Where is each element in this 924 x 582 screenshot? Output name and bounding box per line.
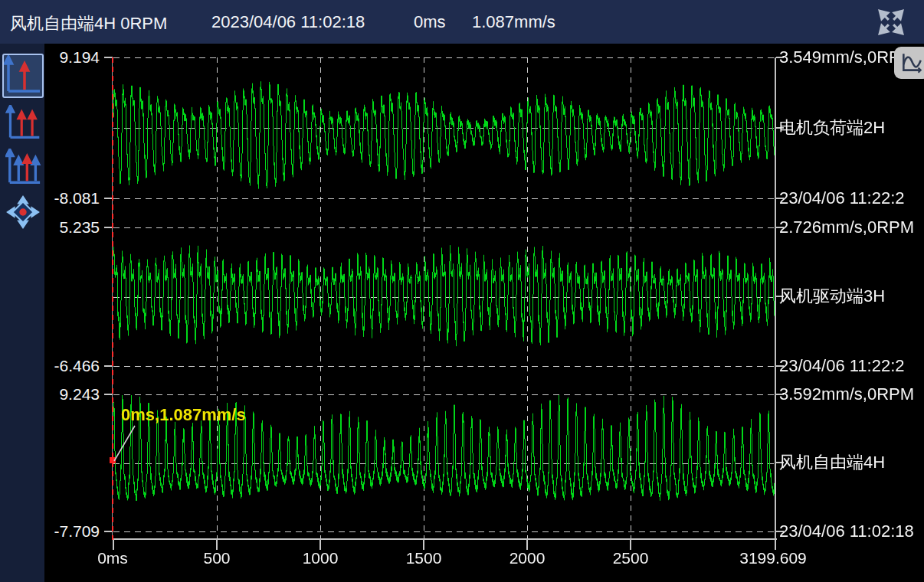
annotation-leader-line (112, 423, 138, 463)
band3-timestamp: 23/04/06 11:02:18 (779, 522, 914, 541)
x-tick-label-2500: 2500 (581, 548, 680, 568)
waveform-canvas[interactable] (113, 57, 775, 540)
band1-timestamp: 23/04/06 11:22:2 (779, 188, 905, 208)
x-axis-line (112, 538, 777, 540)
header-cursor-value: 1.087mm/s (472, 12, 555, 32)
band1-ymin-label: -8.081 (21, 188, 100, 208)
x-tick-label-1500: 1500 (374, 548, 473, 568)
waveform-mode-button[interactable] (894, 47, 924, 79)
header-point-title: 风机自由端4H 0RPM (10, 12, 167, 35)
header-cursor-time: 0ms (414, 12, 446, 32)
band3-peak-label: 3.592mm/s,0RPM (779, 384, 914, 404)
band2-channel-label: 风机驱动端3H (779, 286, 885, 306)
left-toolbar (0, 44, 44, 582)
app-window: 风机自由端4H 0RPM 2023/04/06 11:02:18 0ms 1.0… (0, 0, 924, 582)
cursor-annotation: 0ms,1.087mm/s (121, 405, 246, 425)
band2-ymax-label: 5.235 (21, 217, 100, 237)
band2-timestamp: 23/04/06 11:22:2 (779, 356, 905, 376)
plot-right-border (775, 57, 776, 540)
header-bar: 风机自由端4H 0RPM 2023/04/06 11:02:18 0ms 1.0… (0, 0, 924, 44)
x-tick-label-1000: 1000 (270, 548, 370, 568)
header-datetime: 2023/04/06 11:02:18 (211, 12, 365, 32)
band1-ymax-label: 9.194 (21, 47, 100, 67)
band3-ymax-label: 9.243 (21, 384, 100, 404)
x-tick-label-end: 3199.609 (723, 548, 823, 568)
x-tick-label-500: 500 (167, 548, 267, 568)
tool-double-cursor[interactable] (4, 103, 41, 142)
time-cursor-line[interactable] (112, 57, 113, 540)
band1-channel-label: 电机负荷端2H (779, 118, 885, 138)
band3-channel-label: 风机自由端4H (779, 453, 885, 472)
band2-ymin-label: -6.466 (21, 356, 100, 376)
x-tick-label-2000: 2000 (477, 548, 577, 568)
x-tick-label-0: 0ms (63, 548, 162, 568)
fullscreen-expand-icon[interactable] (876, 8, 906, 37)
tool-harmonic-cursor[interactable] (4, 147, 41, 185)
band2-peak-label: 2.726mm/s,0RPM (779, 217, 914, 237)
waveform-icon (899, 51, 924, 75)
band3-ymin-label: -7.709 (21, 522, 100, 541)
